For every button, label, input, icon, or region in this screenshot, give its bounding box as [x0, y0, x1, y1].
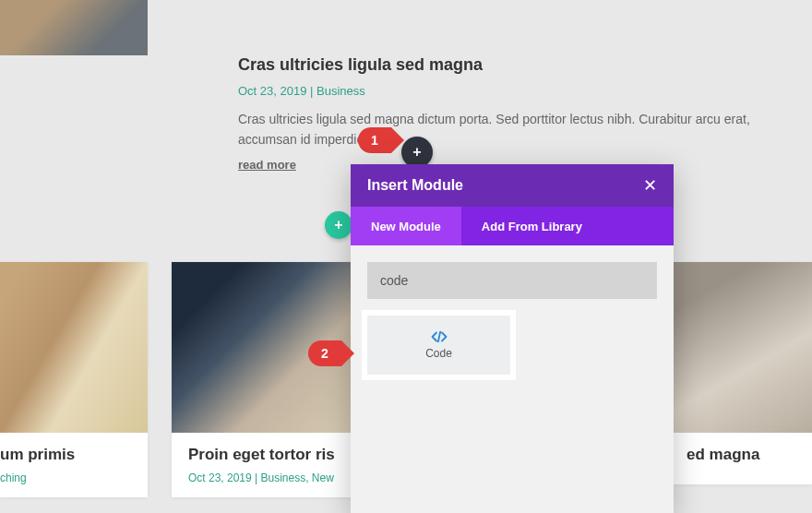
close-icon[interactable]: ✕ — [643, 175, 657, 196]
modal-body: Code — [351, 245, 674, 513]
module-tile-label: Code — [425, 347, 452, 360]
post-card-title[interactable]: Proin eget tortor ris — [188, 446, 344, 464]
modal-title: Insert Module — [367, 177, 463, 194]
tab-add-from-library[interactable]: Add From Library — [461, 207, 603, 245]
post-hero: Cras ultricies ligula sed magna Oct 23, … — [238, 55, 782, 173]
post-title[interactable]: Cras ultricies ligula sed magna — [238, 55, 782, 75]
post-card[interactable]: Proin eget tortor ris Oct 23, 2019 | Bus… — [172, 262, 361, 497]
module-search-input[interactable] — [367, 262, 657, 299]
post-thumbnail — [670, 262, 812, 433]
annotation-badge-2: 2 — [308, 340, 341, 366]
post-card-title[interactable]: ed magna — [687, 446, 796, 464]
tab-new-module[interactable]: New Module — [351, 207, 461, 245]
post-card-meta[interactable]: ching — [0, 471, 131, 484]
plus-icon: + — [412, 144, 421, 161]
thumbnail-top-left — [0, 0, 148, 55]
module-tile-code[interactable]: Code — [367, 316, 510, 375]
post-card[interactable]: um primis ching — [0, 262, 148, 497]
plus-icon: + — [334, 217, 342, 233]
code-icon — [431, 330, 448, 343]
post-card-meta[interactable]: Oct 23, 2019 | Business, New — [188, 471, 344, 484]
page-background: Cras ultricies ligula sed magna Oct 23, … — [0, 0, 812, 513]
read-more-link[interactable]: read more — [238, 158, 296, 172]
insert-module-modal: Insert Module ✕ New Module Add From Libr… — [351, 164, 674, 513]
post-excerpt: Cras ultricies ligula sed magna dictum p… — [238, 109, 782, 150]
modal-tabs: New Module Add From Library — [351, 207, 674, 245]
modal-header: Insert Module ✕ — [351, 164, 674, 207]
add-module-button[interactable]: + — [401, 137, 433, 168]
post-thumbnail — [0, 262, 148, 433]
post-card-title[interactable]: um primis — [0, 446, 131, 464]
post-meta[interactable]: Oct 23, 2019 | Business — [238, 84, 782, 98]
post-card[interactable]: ed magna — [670, 262, 812, 484]
add-row-button[interactable]: + — [325, 211, 352, 239]
annotation-badge-1: 1 — [358, 127, 391, 153]
